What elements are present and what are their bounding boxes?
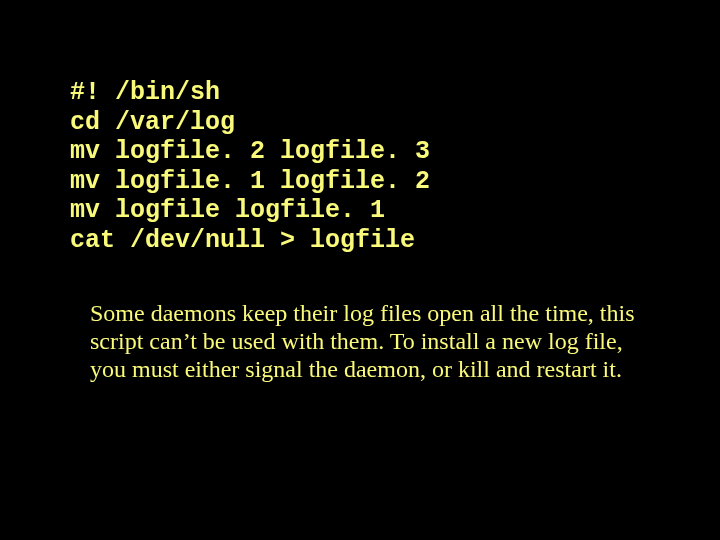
code-line-1: cd /var/log <box>70 108 235 137</box>
code-block: #! /bin/sh cd /var/log mv logfile. 2 log… <box>70 78 430 255</box>
slide: #! /bin/sh cd /var/log mv logfile. 2 log… <box>0 0 720 540</box>
explanatory-paragraph: Some daemons keep their log files open a… <box>90 300 635 383</box>
code-line-3: mv logfile. 1 logfile. 2 <box>70 167 430 196</box>
code-line-4: mv logfile logfile. 1 <box>70 196 385 225</box>
code-line-2: mv logfile. 2 logfile. 3 <box>70 137 430 166</box>
code-line-0: #! /bin/sh <box>70 78 220 107</box>
code-line-5: cat /dev/null > logfile <box>70 226 415 255</box>
